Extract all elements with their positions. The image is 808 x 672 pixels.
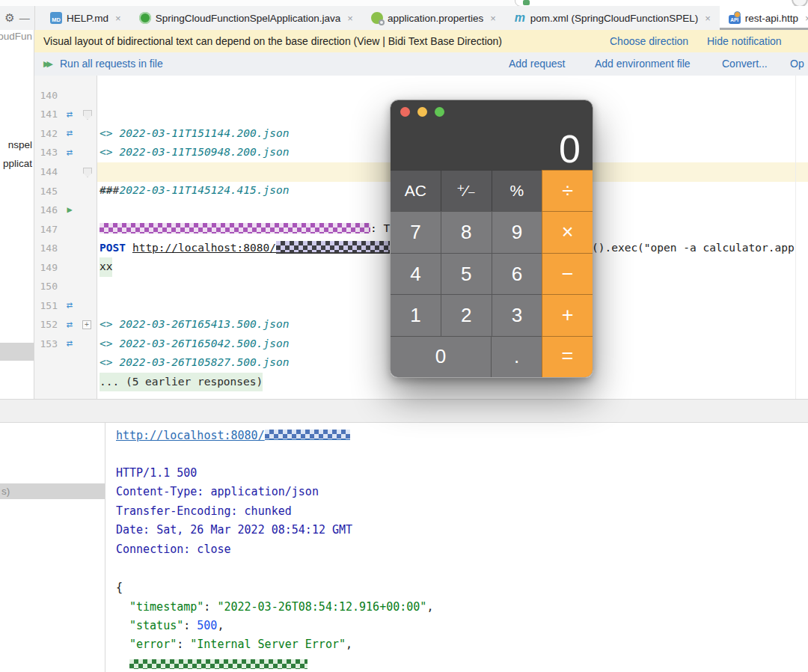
redacted-url-path bbox=[265, 430, 350, 440]
fold-marker-icon[interactable] bbox=[83, 110, 92, 120]
convert-link[interactable]: Convert... bbox=[722, 52, 768, 75]
earlier-responses-folded[interactable]: ... (5 earlier responses) bbox=[100, 373, 263, 392]
calc-multiply-button[interactable]: × bbox=[542, 211, 593, 252]
tab-application-properties[interactable]: application.properties × bbox=[362, 6, 505, 30]
calc-equals-button[interactable]: = bbox=[542, 336, 593, 377]
calc-3-button[interactable]: 3 bbox=[492, 294, 542, 335]
tree-selected-row[interactable] bbox=[0, 483, 105, 499]
response-url-line: http://localhost:8080/ bbox=[116, 428, 350, 443]
response-header: Content-Type: application/json bbox=[116, 484, 319, 499]
calculator-display: 0 bbox=[391, 100, 593, 170]
ide-window: ⚙ — MD HELP.md × SpringCloudFunctionSpel… bbox=[0, 0, 808, 672]
response-tool-window: s) http://localhost:8080/ HTTP/1.1 500 C… bbox=[0, 423, 808, 672]
calc-2-button[interactable]: 2 bbox=[441, 294, 492, 335]
calc-9-button[interactable]: 9 bbox=[492, 211, 542, 252]
notification-bar: Visual layout of bidirectional text can … bbox=[34, 30, 808, 52]
run-widget-icon bbox=[523, 0, 530, 5]
redacted-json-line bbox=[129, 659, 307, 669]
tool-window-corner: ⚙ — bbox=[0, 6, 35, 30]
response-console[interactable]: http://localhost:8080/ HTTP/1.1 500 Cont… bbox=[116, 423, 808, 672]
fold-marker-icon[interactable] bbox=[83, 168, 92, 177]
calc-6-button[interactable]: 6 bbox=[492, 253, 542, 294]
line-number: 153 bbox=[34, 335, 58, 354]
main-toolbar-clipped bbox=[0, 0, 808, 6]
json-line-redacted bbox=[129, 657, 307, 672]
calc-5-button[interactable]: 5 bbox=[441, 253, 492, 294]
panel-splitter[interactable] bbox=[0, 399, 808, 423]
tab-label: application.properties bbox=[388, 13, 483, 24]
run-tree-panel: s) bbox=[0, 423, 105, 672]
tab-help-md[interactable]: MD HELP.md × bbox=[41, 6, 130, 30]
close-icon[interactable]: × bbox=[705, 13, 711, 24]
tab-label: pom.xml (SpringCloudFunctionSPEL) bbox=[530, 13, 698, 24]
markdown-file-icon: MD bbox=[50, 12, 62, 24]
expand-fold-icon[interactable]: + bbox=[82, 320, 91, 329]
overflow-action-link[interactable]: Op bbox=[790, 52, 804, 75]
add-request-link[interactable]: Add request bbox=[509, 52, 566, 75]
tab-pom-xml[interactable]: m pom.xml (SpringCloudFunctionSPEL) × bbox=[505, 6, 720, 30]
calculator-result: 0 bbox=[559, 129, 581, 170]
response-header: Transfer-Encoding: chunked bbox=[116, 504, 292, 519]
editor-tab-bar: ⚙ — MD HELP.md × SpringCloudFunctionSpel… bbox=[0, 6, 808, 31]
response-header: Connection: close bbox=[116, 542, 231, 557]
calc-percent-button[interactable]: % bbox=[492, 170, 542, 211]
hide-notification-link[interactable]: Hide notification bbox=[707, 30, 782, 52]
close-traffic-light[interactable] bbox=[400, 107, 410, 117]
gear-icon[interactable]: ⚙ bbox=[4, 11, 14, 25]
close-icon[interactable]: × bbox=[805, 13, 808, 24]
maven-file-icon: m bbox=[514, 12, 526, 24]
add-environment-file-link[interactable]: Add environment file bbox=[595, 52, 691, 75]
calc-ac-button[interactable]: AC bbox=[391, 170, 441, 211]
json-open-brace: { bbox=[116, 580, 123, 595]
tree-item-fragment[interactable]: pplicat bbox=[3, 158, 32, 169]
run-all-requests-link[interactable]: Run all requests in file bbox=[60, 52, 163, 75]
run-all-icon: ▶▶ bbox=[43, 52, 50, 75]
calc-plus-button[interactable]: + bbox=[542, 294, 593, 335]
calc-1-button[interactable]: 1 bbox=[391, 294, 441, 335]
tab-label: rest-api.http bbox=[745, 13, 798, 24]
json-line-error: "error": "Internal Server Error", bbox=[129, 637, 352, 652]
spring-class-icon bbox=[139, 12, 151, 24]
response-file-link[interactable]: <>2022-03-26T165042.500.json bbox=[100, 335, 289, 354]
response-url-link[interactable]: http://localhost:8080/ bbox=[116, 429, 265, 442]
json-line-timestamp: "timestamp": "2022-03-26T08:54:12.916+00… bbox=[129, 599, 433, 614]
response-status-line: HTTP/1.1 500 bbox=[116, 465, 197, 480]
close-icon[interactable]: × bbox=[490, 13, 496, 24]
minimize-traffic-light[interactable] bbox=[417, 107, 427, 117]
tree-item-fragment[interactable]: oudFun bbox=[0, 31, 32, 42]
tabs: MD HELP.md × SpringCloudFunctionSpelAppl… bbox=[41, 6, 808, 30]
tree-item-fragment[interactable]: nspel bbox=[8, 139, 32, 150]
editor-line-140: 140 ⇄ <>2022-03-11T151144.200.json bbox=[34, 76, 808, 86]
close-icon[interactable]: × bbox=[347, 13, 353, 24]
http-file-icon: API bbox=[729, 15, 741, 24]
choose-direction-link[interactable]: Choose direction bbox=[610, 30, 688, 52]
tab-spring-application-java[interactable]: SpringCloudFunctionSpelApplication.java … bbox=[130, 6, 362, 30]
close-icon[interactable]: × bbox=[115, 13, 121, 24]
tab-label: HELP.md bbox=[67, 13, 108, 24]
project-tool-window-clipped: oudFun nspel pplicat bbox=[0, 30, 34, 399]
calculator-keypad: AC ⁺⁄₋ % ÷ 7 8 9 × 4 5 6 − 1 2 3 + bbox=[391, 170, 593, 377]
minimize-icon[interactable]: — bbox=[19, 12, 30, 24]
calc-minus-button[interactable]: − bbox=[542, 253, 593, 294]
calc-plusminus-button[interactable]: ⁺⁄₋ bbox=[441, 170, 492, 211]
response-file-link[interactable]: <>2022-03-26T105827.500.json bbox=[100, 353, 289, 373]
notification-message: Visual layout of bidirectional text can … bbox=[43, 30, 502, 52]
calc-divide-button[interactable]: ÷ bbox=[542, 170, 593, 211]
calc-4-button[interactable]: 4 bbox=[391, 253, 441, 294]
calc-8-button[interactable]: 8 bbox=[441, 211, 492, 252]
properties-file-icon bbox=[371, 12, 383, 24]
zoom-traffic-light[interactable] bbox=[435, 107, 444, 117]
calc-0-button[interactable]: 0 bbox=[391, 336, 491, 377]
tab-label: SpringCloudFunctionSpelApplication.java bbox=[156, 13, 341, 24]
calculator-window[interactable]: 0 AC ⁺⁄₋ % ÷ 7 8 9 × 4 5 6 − 1 bbox=[390, 100, 593, 378]
tree-selected-row[interactable] bbox=[0, 343, 34, 361]
calc-7-button[interactable]: 7 bbox=[391, 211, 441, 252]
tab-rest-api-http[interactable]: API rest-api.http × bbox=[720, 6, 808, 30]
tree-item-fragment[interactable]: s) bbox=[1, 483, 10, 499]
json-line-status: "status": 500, bbox=[129, 618, 224, 633]
calc-decimal-button[interactable]: . bbox=[491, 336, 542, 377]
http-client-toolbar: ▶▶ Run all requests in file Add request … bbox=[34, 52, 808, 76]
response-header: Date: Sat, 26 Mar 2022 08:54:12 GMT bbox=[116, 522, 352, 537]
